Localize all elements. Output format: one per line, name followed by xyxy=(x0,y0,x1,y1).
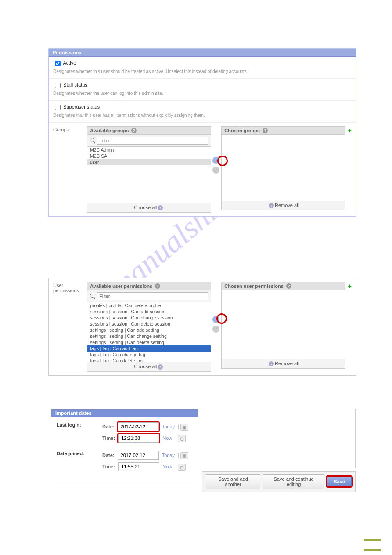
list-item[interactable]: tags | tag | Can change tag xyxy=(87,352,211,358)
save-add-another-button[interactable]: Save and add another xyxy=(206,474,260,489)
help-icon[interactable]: ? xyxy=(155,283,160,289)
available-userperms-column: Available user permissions ? profiles | … xyxy=(87,282,211,372)
userperms-selector: User permissions: Available user permiss… xyxy=(48,278,356,376)
date-sublabel: Date: xyxy=(102,453,115,458)
staff-label: Staff status xyxy=(63,82,87,87)
blank-panel xyxy=(202,409,356,468)
groups-choose-all[interactable]: Choose all› xyxy=(87,203,211,212)
today-link[interactable]: Today xyxy=(162,424,175,429)
arrow-left-icon: ‹ xyxy=(269,361,274,366)
chosen-userperms-column: Chosen user permissions ? ‹Remove all xyxy=(221,282,345,369)
available-groups-header: Available groups xyxy=(90,128,129,133)
help-icon[interactable]: ? xyxy=(286,283,291,289)
groups-remove-all[interactable]: ‹Remove all xyxy=(222,201,345,210)
arrow-right-icon: › xyxy=(158,364,163,370)
list-item[interactable]: profiles | profile | Can delete profile xyxy=(87,302,211,308)
search-icon xyxy=(90,138,95,143)
groups-field-label: Groups: xyxy=(53,126,87,132)
last-login-date-input[interactable] xyxy=(118,422,159,431)
superuser-checkbox-row: Superuser status xyxy=(53,104,100,109)
arrow-left-icon: ‹ xyxy=(269,203,274,208)
superuser-help: Designates that this user has all permis… xyxy=(53,113,352,118)
dates-panel: Important dates Last login: Date: Today … xyxy=(51,409,198,482)
chosen-groups-column: Chosen groups ? ‹Remove all xyxy=(221,126,345,210)
date-joined-date-input[interactable] xyxy=(118,451,159,460)
remove-from-chosen-button[interactable]: ‹ xyxy=(212,167,219,174)
available-userperms-list[interactable]: profiles | profile | Can delete profiles… xyxy=(87,302,211,362)
available-userperms-header: Available user permissions xyxy=(90,283,152,289)
chosen-userperms-list[interactable] xyxy=(222,290,345,359)
today-link[interactable]: Today xyxy=(162,453,175,458)
calendar-icon[interactable]: ▦ xyxy=(180,452,188,459)
submit-row: Save and add another Save and continue e… xyxy=(202,471,356,492)
userperms-choose-all[interactable]: Choose all› xyxy=(87,362,211,371)
list-item[interactable]: tags | tag | Can add tag xyxy=(87,345,211,352)
chosen-userperms-header: Chosen user permissions xyxy=(224,283,284,289)
userperms-remove-all[interactable]: ‹Remove all xyxy=(222,359,345,368)
add-to-chosen-button[interactable]: › xyxy=(212,316,219,323)
last-login-label: Last login: xyxy=(57,422,102,445)
save-continue-button[interactable]: Save and continue editing xyxy=(263,474,324,489)
add-to-chosen-button[interactable]: › xyxy=(212,157,219,164)
clock-icon[interactable]: ◴ xyxy=(178,435,186,442)
chosen-groups-list[interactable] xyxy=(222,135,345,201)
superuser-label: Superuser status xyxy=(63,104,100,109)
list-item[interactable]: settings | setting | Can add setting xyxy=(87,327,211,333)
list-item[interactable]: sessions | session | Can delete session xyxy=(87,321,211,327)
add-userperm-icon[interactable]: + xyxy=(345,282,352,290)
clock-icon[interactable]: ◴ xyxy=(178,464,186,471)
time-sublabel: Time: xyxy=(102,464,115,469)
available-groups-column: Available groups ? M2C AdminM2C SAuser C… xyxy=(87,126,211,213)
list-item[interactable]: sessions | session | Can add session xyxy=(87,308,211,315)
time-sublabel: Time: xyxy=(102,435,115,441)
footer-decoration xyxy=(364,531,381,551)
help-icon[interactable]: ? xyxy=(263,128,268,133)
groups-filter-input[interactable] xyxy=(97,137,208,145)
list-item[interactable]: user xyxy=(87,159,211,165)
now-link[interactable]: Now xyxy=(162,435,172,441)
search-icon xyxy=(90,294,95,299)
list-item[interactable]: tags | tag | Can delete tag xyxy=(87,358,211,362)
permissions-header: Permissions xyxy=(49,49,356,57)
active-help: Designates whether this user should be t… xyxy=(53,69,352,74)
available-groups-list[interactable]: M2C AdminM2C SAuser xyxy=(87,147,211,203)
list-item[interactable]: M2C Admin xyxy=(87,147,211,153)
superuser-checkbox[interactable] xyxy=(55,105,61,110)
list-item[interactable]: M2C SA xyxy=(87,153,211,159)
remove-from-chosen-button[interactable]: ‹ xyxy=(212,326,219,333)
now-link[interactable]: Now xyxy=(162,464,172,469)
staff-help: Designates whether the user can log into… xyxy=(53,91,352,96)
staff-checkbox[interactable] xyxy=(55,83,61,88)
userperms-filter-input[interactable] xyxy=(97,292,208,300)
groups-selector: Groups: Available groups ? M2C AdminM2C … xyxy=(49,123,356,216)
list-item[interactable]: settings | setting | Can delete setting xyxy=(87,339,211,345)
help-icon[interactable]: ? xyxy=(131,128,137,133)
last-login-time-input[interactable] xyxy=(118,434,159,443)
date-joined-time-input[interactable] xyxy=(118,462,159,471)
arrow-right-icon: › xyxy=(158,205,163,210)
list-item[interactable]: settings | setting | Can change setting xyxy=(87,333,211,339)
date-sublabel: Date: xyxy=(102,424,115,429)
active-label: Active xyxy=(63,60,76,65)
permissions-panel: Permissions Active Designates whether th… xyxy=(48,48,356,217)
save-button[interactable]: Save xyxy=(327,477,352,486)
dates-header: Important dates xyxy=(51,409,198,417)
userperms-field-label: User permissions: xyxy=(53,282,87,293)
active-checkbox[interactable] xyxy=(55,61,61,66)
add-group-icon[interactable]: + xyxy=(345,126,352,134)
staff-checkbox-row: Staff status xyxy=(53,82,87,87)
calendar-icon[interactable]: ▦ xyxy=(180,424,188,431)
list-item[interactable]: sessions | session | Can change session xyxy=(87,315,211,321)
date-joined-label: Date joined: xyxy=(57,451,102,474)
active-checkbox-row: Active xyxy=(53,60,76,65)
chosen-groups-header: Chosen groups xyxy=(224,128,260,133)
